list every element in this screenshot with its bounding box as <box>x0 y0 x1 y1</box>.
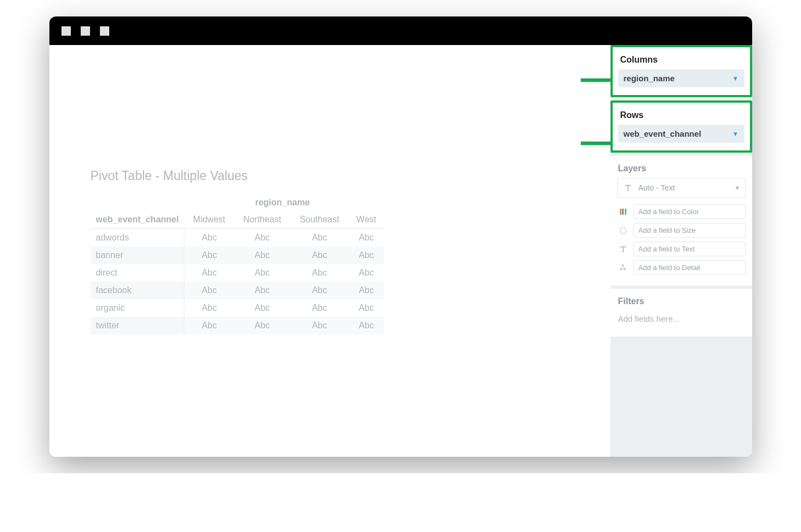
pivot-row: directAbcAbcAbcAbc <box>91 264 384 282</box>
window-control-2[interactable] <box>81 26 90 36</box>
layer-text-row: Add a field to Text <box>616 240 747 257</box>
pivot-cell: Abc <box>290 264 349 282</box>
layer-detail-row: Add a field to Detail <box>616 259 747 276</box>
pivot-col-header: Northeast <box>234 211 290 229</box>
pivot-column-group-label: region_name <box>184 194 382 211</box>
rows-pill[interactable]: web_event_channel ▼ <box>618 125 744 143</box>
chart-title: Pivot Table - Multiple Values <box>91 169 575 183</box>
pivot-row: bannerAbcAbcAbcAbc <box>91 247 384 264</box>
color-icon <box>617 206 629 218</box>
filters-shelf-label: Filters <box>616 294 747 311</box>
columns-pill[interactable]: region_name ▼ <box>618 69 744 87</box>
pivot-col-header: Southeast <box>290 211 349 229</box>
panel-spacer <box>610 340 752 457</box>
layers-shelf: Layers Auto - Text ▼ Add a field to Colo… <box>610 156 752 285</box>
titlebar <box>49 16 752 45</box>
rows-pill-text: web_event_channel <box>624 129 702 138</box>
svg-point-4 <box>620 227 626 233</box>
pivot-row-label: direct <box>91 264 184 282</box>
pivot-row: adwordsAbcAbcAbcAbc <box>91 229 384 247</box>
layer-detail-input[interactable]: Add a field to Detail <box>634 260 746 275</box>
pivot-cell: Abc <box>234 264 290 282</box>
pivot-row-field-label: web_event_channel <box>91 211 184 229</box>
svg-point-5 <box>622 264 624 266</box>
pivot-cell: Abc <box>234 247 290 264</box>
pivot-cell: Abc <box>349 229 384 247</box>
layer-color-row: Add a field to Color <box>616 203 747 220</box>
pivot-col-header: Midwest <box>184 211 234 229</box>
pivot-row-label: facebook <box>91 282 184 299</box>
layers-shelf-label: Layers <box>616 161 747 178</box>
detail-icon <box>617 262 629 274</box>
svg-point-7 <box>624 268 626 270</box>
columns-shelf[interactable]: Columns region_name ▼ <box>610 45 752 97</box>
text-icon <box>617 243 629 255</box>
workspace: Pivot Table - Multiple Values region_nam… <box>49 45 752 457</box>
pivot-cell: Abc <box>184 247 234 264</box>
pivot-cell: Abc <box>349 317 384 334</box>
pivot-cell: Abc <box>349 264 384 282</box>
pivot-table: region_name web_event_channel Midwest No… <box>91 194 575 334</box>
pivot-cell: Abc <box>349 299 384 317</box>
pivot-cell: Abc <box>184 264 234 282</box>
window-control-3[interactable] <box>100 26 109 36</box>
size-icon <box>617 225 629 237</box>
rows-shelf-label: Rows <box>618 108 744 125</box>
caret-down-icon: ▼ <box>735 184 741 191</box>
pivot-col-header: West <box>349 211 384 229</box>
pivot-cell: Abc <box>184 282 234 299</box>
layer-type-select[interactable]: Auto - Text ▼ <box>617 178 746 198</box>
pivot-row: facebookAbcAbcAbcAbc <box>91 282 384 299</box>
pivot-cell: Abc <box>234 317 290 334</box>
pivot-cell: Abc <box>349 247 384 264</box>
filters-placeholder[interactable]: Add fields here... <box>616 311 747 329</box>
layer-color-input[interactable]: Add a field to Color <box>634 204 746 219</box>
pivot-cell: Abc <box>290 317 349 334</box>
pivot-cell: Abc <box>184 317 234 334</box>
layer-size-input[interactable]: Add a field to Size <box>634 223 746 238</box>
pivot-cell: Abc <box>290 299 349 317</box>
pivot-cell: Abc <box>184 229 234 247</box>
rows-shelf[interactable]: Rows web_event_channel ▼ <box>610 100 752 153</box>
text-icon <box>622 182 634 194</box>
pivot-cell: Abc <box>234 299 290 317</box>
pivot-row-label: organic <box>91 299 184 317</box>
window-control-1[interactable] <box>61 26 71 36</box>
app-window: Pivot Table - Multiple Values region_nam… <box>49 16 752 457</box>
pivot-body: adwordsAbcAbcAbcAbcbannerAbcAbcAbcAbcdir… <box>91 229 384 335</box>
pivot-row: twitterAbcAbcAbcAbc <box>91 317 384 334</box>
layer-text-input[interactable]: Add a field to Text <box>634 242 746 256</box>
pivot-cell: Abc <box>349 282 384 299</box>
pivot-cell: Abc <box>234 229 290 247</box>
pivot-row: organicAbcAbcAbcAbc <box>91 299 384 317</box>
pivot-cell: Abc <box>290 229 349 247</box>
pivot-row-label: banner <box>91 247 184 264</box>
pivot-cell: Abc <box>184 299 234 317</box>
layer-size-row: Add a field to Size <box>616 222 747 239</box>
columns-shelf-label: Columns <box>618 53 744 69</box>
filters-shelf[interactable]: Filters Add fields here... <box>610 289 752 337</box>
main-canvas: Pivot Table - Multiple Values region_nam… <box>49 45 610 457</box>
pivot-row-label: adwords <box>91 229 184 247</box>
pivot-cell: Abc <box>234 282 290 299</box>
svg-point-6 <box>620 268 621 270</box>
caret-down-icon: ▼ <box>732 130 739 138</box>
pivot-cell: Abc <box>290 282 349 299</box>
columns-pill-text: region_name <box>624 74 675 83</box>
caret-down-icon: ▼ <box>732 75 739 82</box>
layer-type-value: Auto - Text <box>638 183 675 192</box>
config-panel: Columns region_name ▼ Rows web_event_cha… <box>610 45 752 457</box>
pivot-row-label: twitter <box>91 317 184 334</box>
pivot-cell: Abc <box>290 247 349 264</box>
